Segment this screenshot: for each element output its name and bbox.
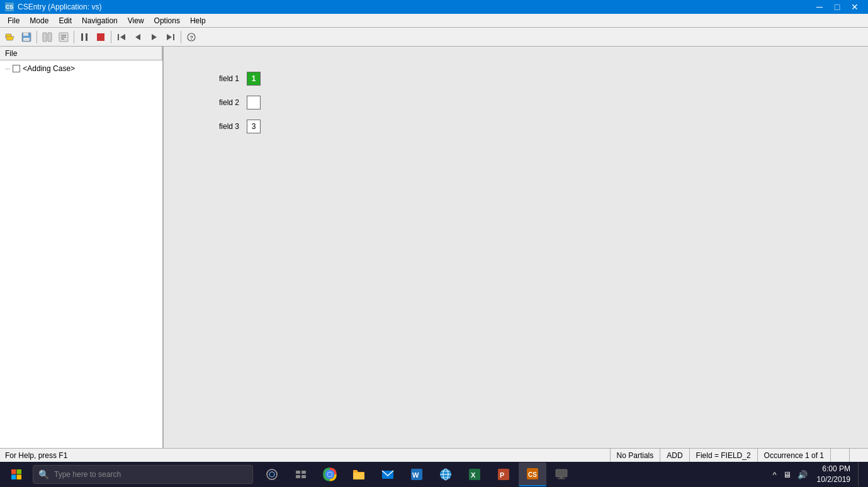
- svg-point-33: [328, 473, 332, 477]
- svg-rect-11: [86, 33, 87, 41]
- svg-rect-2: [23, 33, 28, 36]
- title-bar-left: CS CSEntry (Application: vs): [5, 3, 101, 11]
- svg-point-25: [267, 469, 277, 479]
- toolbar-first-button[interactable]: [114, 30, 129, 45]
- taskbar-app-icons: W X P: [258, 462, 769, 486]
- taskbar-globe-icon[interactable]: [432, 462, 459, 486]
- left-panel: File ··· <Adding Case>: [0, 47, 164, 448]
- taskbar-search-bar[interactable]: 🔍 Type here to search: [33, 465, 253, 484]
- taskbar-right: ^ 🖥 🔊 6:00 PM 10/2/2019: [771, 462, 866, 486]
- toolbar-save-button[interactable]: [19, 30, 34, 45]
- taskbar-monitor-icon[interactable]: [548, 462, 575, 486]
- menu-edit[interactable]: Edit: [54, 15, 77, 26]
- file-tab[interactable]: File: [0, 47, 162, 60]
- svg-text:X: X: [471, 471, 476, 479]
- toolbar-last-button[interactable]: [163, 30, 178, 45]
- menu-mode[interactable]: Mode: [25, 15, 54, 26]
- toolbar-properties-button[interactable]: [56, 30, 71, 45]
- main-layout: File ··· <Adding Case> field 1 1: [0, 47, 868, 448]
- taskbar-date: 10/2/2019: [817, 474, 850, 485]
- file-tab-label: File: [5, 49, 17, 58]
- field1-input[interactable]: 1: [247, 72, 261, 86]
- taskbar-explorer-icon[interactable]: [345, 462, 373, 486]
- form-row-field3: field 3 3: [201, 120, 830, 133]
- status-mode: ADD: [660, 449, 689, 462]
- svg-marker-17: [167, 34, 172, 40]
- svg-rect-21: [11, 469, 16, 474]
- status-help-text: For Help, press F1: [0, 451, 610, 460]
- svg-text:W: W: [412, 471, 419, 479]
- svg-rect-10: [81, 33, 83, 41]
- title-bar-text: CSEntry (Application: vs): [18, 3, 101, 11]
- svg-rect-4: [43, 33, 47, 42]
- status-occurrence: Occurrence 1 of 1: [757, 449, 830, 462]
- field2-label: field 2: [201, 98, 239, 107]
- taskbar-search-text: Type here to search: [54, 470, 121, 479]
- menu-file[interactable]: File: [3, 15, 25, 26]
- tree-item-adding-case[interactable]: ··· <Adding Case>: [3, 63, 160, 74]
- svg-text:P: P: [500, 471, 504, 479]
- taskbar-volume-icon[interactable]: 🔊: [796, 469, 809, 481]
- taskbar-show-desktop[interactable]: [858, 462, 863, 486]
- field3-input[interactable]: 3: [247, 120, 261, 133]
- svg-marker-13: [120, 34, 125, 40]
- svg-rect-24: [17, 475, 22, 480]
- status-bar: For Help, press F1 No Partials ADD Field…: [0, 448, 868, 462]
- taskbar-ppt-icon[interactable]: P: [490, 462, 517, 486]
- svg-rect-12: [97, 33, 104, 41]
- field3-value: 3: [252, 122, 256, 131]
- toolbar-next-button[interactable]: [147, 30, 162, 45]
- taskbar-chevron-icon[interactable]: ^: [771, 469, 779, 481]
- taskbar-taskview-icon[interactable]: [287, 462, 315, 486]
- svg-rect-48: [556, 469, 567, 477]
- right-panel: field 1 1 field 2 field 3 3: [164, 47, 868, 448]
- menu-view[interactable]: View: [123, 15, 149, 26]
- taskbar-chrome-icon[interactable]: [316, 462, 344, 486]
- taskbar-clock[interactable]: 6:00 PM 10/2/2019: [812, 464, 855, 485]
- form-row-field2: field 2: [201, 96, 830, 109]
- tree-dots: ···: [5, 65, 10, 72]
- toolbar-help-button[interactable]: ?: [184, 30, 199, 45]
- status-extra1: [830, 449, 849, 462]
- menu-navigation[interactable]: Navigation: [77, 15, 123, 26]
- toolbar-prev-button[interactable]: [130, 30, 145, 45]
- toolbar-sep-1: [37, 31, 37, 43]
- taskbar-cortana-icon[interactable]: [258, 462, 286, 486]
- status-field: Field = FIELD_2: [689, 449, 757, 462]
- svg-marker-15: [135, 34, 140, 40]
- taskbar-word-icon[interactable]: W: [403, 462, 431, 486]
- taskbar-excel-icon[interactable]: X: [461, 462, 488, 486]
- svg-rect-28: [302, 471, 306, 474]
- close-button[interactable]: ✕: [847, 0, 863, 14]
- minimize-button[interactable]: ─: [811, 0, 828, 14]
- taskbar-mail-icon[interactable]: [374, 462, 402, 486]
- toolbar-stop-button[interactable]: [93, 30, 108, 45]
- maximize-button[interactable]: □: [829, 0, 845, 14]
- taskbar: 🔍 Type here to search: [0, 462, 868, 487]
- tree-item-label: <Adding Case>: [23, 64, 75, 73]
- svg-point-26: [269, 472, 274, 477]
- form-area: field 1 1 field 2 field 3 3: [164, 47, 868, 448]
- start-button[interactable]: [3, 462, 30, 486]
- taskbar-network-icon[interactable]: 🖥: [781, 469, 793, 481]
- toolbar: ?: [0, 28, 868, 47]
- toolbar-split-button[interactable]: [40, 30, 55, 45]
- toolbar-open-button[interactable]: [3, 30, 18, 45]
- svg-text:?: ?: [190, 35, 194, 41]
- svg-rect-23: [11, 475, 16, 480]
- form-row-field1: field 1 1: [201, 72, 830, 86]
- svg-rect-50: [558, 478, 565, 479]
- svg-rect-3: [23, 38, 30, 41]
- menu-options[interactable]: Options: [149, 15, 185, 26]
- tree-checkbox[interactable]: [13, 65, 20, 72]
- field2-input[interactable]: [247, 96, 261, 109]
- taskbar-csentry-icon[interactable]: CS: [519, 462, 546, 486]
- menu-help[interactable]: Help: [185, 15, 211, 26]
- svg-marker-16: [152, 34, 157, 40]
- field3-label: field 3: [201, 122, 239, 131]
- toolbar-sep-2: [74, 31, 74, 43]
- toolbar-pause-button[interactable]: [77, 30, 92, 45]
- taskbar-search-icon: 🔍: [38, 469, 49, 479]
- svg-rect-27: [296, 471, 300, 474]
- svg-rect-30: [302, 475, 306, 478]
